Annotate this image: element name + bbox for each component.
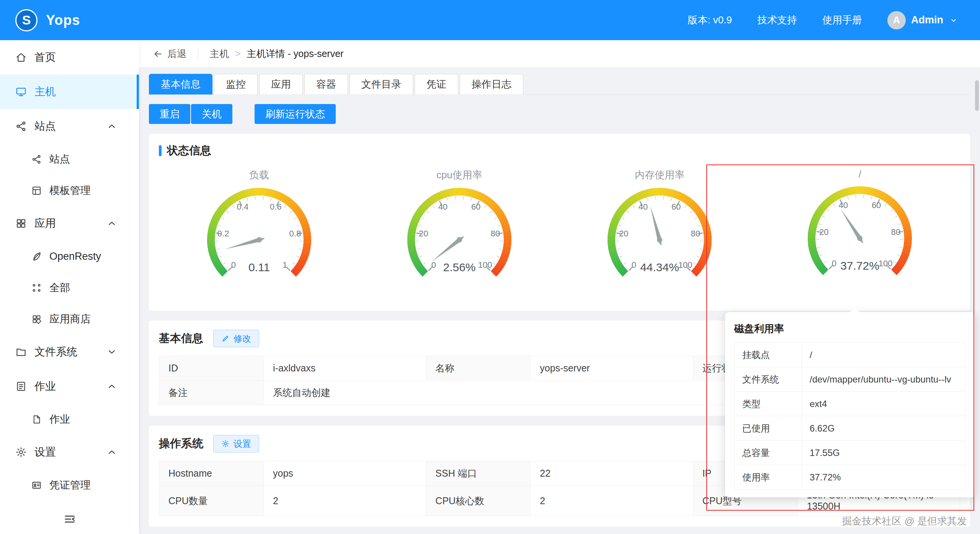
cell-label: SSH 端口 (426, 461, 531, 486)
breadcrumb-separator: > (235, 48, 241, 59)
sidebar-item-all-apps[interactable]: 全部 (0, 272, 139, 303)
chevron-up-icon (106, 381, 118, 392)
clipboard-icon (15, 381, 27, 392)
folder-icon (15, 346, 27, 358)
sidebar-group-apps[interactable]: 应用 (0, 206, 139, 241)
tab-basic-info[interactable]: 基本信息 (149, 74, 212, 94)
edit-button-label: 修改 (234, 333, 251, 345)
sidebar-item-label: 应用 (34, 216, 56, 231)
support-link[interactable]: 技术支持 (757, 13, 797, 27)
version-label: 版本: v0.9 (688, 13, 732, 27)
user-menu[interactable]: A Admin (887, 11, 959, 29)
table-row: 使用率 37.72% (735, 465, 965, 490)
os-settings-button[interactable]: 设置 (213, 435, 259, 453)
svg-text:0.4: 0.4 (237, 202, 248, 212)
back-arrow-icon (153, 49, 163, 59)
back-button[interactable]: 后退 (153, 47, 186, 60)
avatar: A (887, 11, 906, 29)
svg-text:0.8: 0.8 (289, 229, 301, 238)
sidebar-item-openresty[interactable]: OpenResty (0, 241, 139, 272)
cell-value: 6.62G (802, 416, 965, 441)
table-row: 总容量 17.55G (735, 441, 965, 465)
breadcrumb: 后退 主机 > 主机详情 - yops-server (139, 40, 980, 68)
table-row: 挂载点 / (735, 343, 965, 367)
sidebar-group-jobs[interactable]: 作业 (0, 369, 139, 404)
sidebar-collapse-button[interactable] (0, 513, 139, 526)
gauge-title: 内存使用率 (635, 168, 684, 182)
gauge-title: 负载 (249, 168, 269, 182)
username: Admin (911, 14, 943, 26)
svg-text:20: 20 (619, 229, 628, 238)
sidebar-group-sites[interactable]: 站点 (0, 109, 139, 143)
sidebar-group-filesystem[interactable]: 文件系统 (0, 335, 139, 369)
tab-containers[interactable]: 容器 (304, 74, 348, 94)
tooltip-title: 磁盘利用率 (734, 322, 965, 335)
cell-value: i-axldvaxs (264, 356, 426, 381)
sidebar-item-home[interactable]: 首页 (0, 40, 139, 75)
chevron-up-icon (106, 218, 118, 229)
sidebar: 首页 主机 站点 站点 模板管理 应用 OpenResty 全部 应用商店 文件… (0, 40, 139, 534)
tab-applications[interactable]: 应用 (259, 74, 303, 94)
scrollbar-thumb[interactable] (975, 80, 979, 111)
gauge-chart-load[interactable]: 00.20.40.60.810.11 (186, 186, 332, 283)
sidebar-item-sites[interactable]: 站点 (0, 143, 139, 175)
svg-text:20: 20 (819, 227, 828, 237)
gauge-chart-memory[interactable]: 02040608010044.34% (587, 186, 732, 283)
pencil-icon (221, 334, 230, 343)
disk-tooltip: 磁盘利用率 挂载点 / 文件系统 /dev/mapper/ubuntu--vg-… (725, 312, 975, 497)
svg-text:0.11: 0.11 (248, 261, 270, 274)
sidebar-item-label: 应用商店 (49, 312, 91, 326)
breadcrumb-item-hosts[interactable]: 主机 (210, 47, 229, 60)
cell-value: yops-server (531, 356, 693, 381)
sidebar-item-jobs[interactable]: 作业 (0, 404, 139, 435)
id-card-icon (31, 480, 42, 490)
gauge-chart-disk[interactable]: 02040608010037.72% (787, 184, 933, 281)
restart-button[interactable]: 重启 (149, 104, 190, 124)
edit-button[interactable]: 修改 (213, 330, 259, 347)
sidebar-item-label: 模板管理 (49, 184, 91, 197)
table-row: 类型 ext4 (735, 392, 965, 416)
cell-label: 已使用 (735, 416, 802, 441)
sidebar-group-settings[interactable]: 设置 (0, 435, 139, 469)
refresh-status-button[interactable]: 刷新运行状态 (255, 104, 336, 124)
manual-link[interactable]: 使用手册 (822, 13, 862, 27)
basic-info-title: 基本信息 (159, 331, 203, 346)
tab-monitoring[interactable]: 监控 (214, 74, 258, 94)
home-icon (15, 52, 27, 63)
shutdown-button[interactable]: 关机 (191, 104, 232, 124)
svg-text:0: 0 (231, 260, 235, 270)
sidebar-item-credentials[interactable]: 凭证管理 (0, 469, 139, 501)
sidebar-item-hosts[interactable]: 主机 (0, 75, 139, 109)
cell-value: yops (264, 461, 426, 486)
template-icon (31, 186, 42, 196)
server-icon (15, 86, 27, 98)
tab-credentials[interactable]: 凭证 (415, 74, 458, 94)
sidebar-item-label: 首页 (34, 50, 56, 65)
sidebar-item-label: OpenResty (49, 251, 101, 262)
sidebar-item-template-management[interactable]: 模板管理 (0, 175, 139, 206)
svg-text:0: 0 (431, 260, 436, 270)
sidebar-item-label: 设置 (34, 445, 56, 459)
collapse-icon (63, 513, 76, 526)
cell-label: CPU数量 (159, 486, 264, 516)
svg-text:80: 80 (891, 227, 900, 237)
sidebar-item-label: 文件系统 (34, 345, 77, 359)
gauge-chart-cpu[interactable]: 0204060801002.56% (387, 186, 532, 283)
sidebar-item-app-store[interactable]: 应用商店 (0, 303, 139, 335)
svg-text:0: 0 (632, 260, 636, 270)
svg-text:0: 0 (832, 259, 836, 268)
cell-value: / (802, 343, 965, 367)
cell-label: 总容量 (735, 441, 802, 465)
tab-operation-log[interactable]: 操作日志 (460, 74, 523, 94)
brand-title: Yops (46, 12, 80, 28)
sitemap-icon (15, 120, 27, 132)
gauge-cpu: cpu使用率 0204060801002.56% (359, 168, 559, 283)
tab-file-directory[interactable]: 文件目录 (350, 74, 413, 94)
document-icon (31, 414, 42, 425)
tooltip-table: 挂载点 / 文件系统 /dev/mapper/ubuntu--vg-ubuntu… (734, 342, 965, 490)
watermark-text: 掘金技术社区 @ 是但求其发 (842, 514, 967, 528)
svg-text:20: 20 (419, 229, 428, 238)
status-card: 状态信息 负载 00.20.40.60.810.11 cpu使用率 020406… (149, 134, 970, 311)
table-row: 文件系统 /dev/mapper/ubuntu--vg-ubuntu--lv (735, 367, 965, 392)
sidebar-item-label: 站点 (49, 152, 70, 166)
